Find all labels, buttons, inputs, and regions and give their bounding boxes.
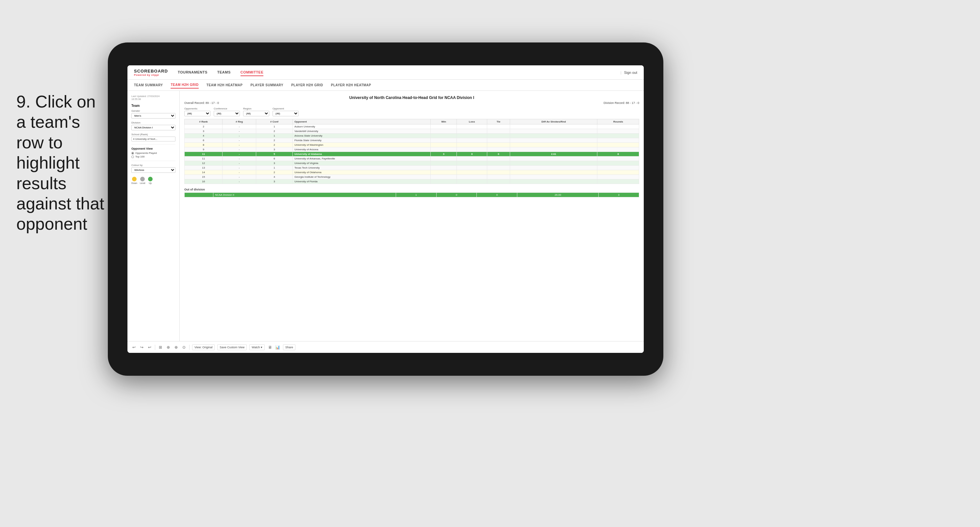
subnav-team-h2h-grid[interactable]: TEAM H2H GRID: [170, 82, 198, 89]
legend: Down Level Up: [131, 177, 175, 184]
table-row[interactable]: 11-5University of Alabama3002.618: [185, 152, 639, 156]
nav-links: TOURNAMENTS TEAMS COMMITTEE: [178, 69, 620, 76]
grid-icon[interactable]: ⊞: [158, 345, 163, 350]
out-of-division-row[interactable]: NCAA Division II 1 0 0 26.00 3: [185, 193, 639, 197]
table-row[interactable]: 6-2Florida State University: [185, 138, 639, 143]
save-custom-view-button[interactable]: Save Custom View: [217, 344, 247, 350]
legend-circle-up: [148, 177, 153, 182]
table-row[interactable]: 14-2University of Oklahoma: [185, 170, 639, 175]
filter-region-label: Region: [243, 107, 269, 110]
view-original-button[interactable]: View: Original: [192, 344, 215, 350]
filter-opponent-label: Opponent: [272, 107, 299, 110]
logo: SCOREBOARD Powered by clippi: [134, 68, 168, 76]
nav-divider: |: [620, 70, 622, 75]
nav-teams[interactable]: TEAMS: [217, 69, 231, 76]
table-header-row: # Rank # Reg # Conf Opponent Win Loss Ti…: [185, 119, 639, 124]
col-win: Win: [431, 119, 457, 124]
filter-conference-select[interactable]: (All): [214, 111, 240, 116]
col-rank: # Rank: [185, 119, 223, 124]
undo-icon[interactable]: ↩: [131, 345, 137, 350]
chart-icon[interactable]: 📊: [275, 345, 280, 350]
timestamp: Last Updated: 27/03/2024 16:55:38: [131, 95, 175, 100]
table-row[interactable]: 16-3University of Florida: [185, 179, 639, 184]
col-diff: Diff Av Strokes/Rnd: [510, 119, 597, 124]
sign-out-link[interactable]: Sign out: [624, 70, 637, 75]
filter-opponent-group: Opponent (All): [272, 107, 299, 116]
gender-select[interactable]: Men's: [131, 113, 175, 119]
filter-conference-group: Conference (All): [214, 107, 240, 116]
radio-opponents-played[interactable]: Opponents Played: [131, 151, 175, 154]
division-record: Division Record: 88 - 17 - 0: [603, 101, 639, 105]
tablet-frame: SCOREBOARD Powered by clippi TOURNAMENTS…: [108, 43, 663, 376]
instruction-text: 9. Click on a team's row to highlight re…: [16, 91, 108, 234]
col-rounds: Rounds: [597, 119, 639, 124]
logo-powered: Powered by clippi: [134, 73, 168, 76]
subnav-player-h2h-grid[interactable]: PLAYER H2H GRID: [291, 82, 323, 88]
col-conf: # Conf: [256, 119, 293, 124]
radio-dot-top100: [131, 156, 134, 158]
filter-opponents-label: Opponents:: [184, 107, 210, 110]
division-select[interactable]: NCAA Division I: [131, 125, 175, 131]
redo-icon[interactable]: ↪: [139, 345, 145, 350]
out-of-division-rounds: 3: [599, 193, 639, 197]
out-of-division-tie: 0: [477, 193, 517, 197]
watch-button[interactable]: Watch ▾: [249, 344, 265, 350]
back-icon[interactable]: ↩: [147, 345, 152, 350]
radio-top-100[interactable]: Top 100: [131, 155, 175, 158]
table-row[interactable]: 2-1Auburn University: [185, 124, 639, 129]
clock-icon[interactable]: ⊙: [181, 345, 186, 350]
filter-opponents-select[interactable]: (All): [184, 111, 210, 116]
legend-down: Down: [131, 177, 137, 184]
plus-icon[interactable]: ⊕: [173, 345, 179, 350]
table-row[interactable]: 11-6University of Arkansas, Fayetteville: [185, 156, 639, 161]
subnav-team-h2h-heatmap[interactable]: TEAM H2H HEATMAP: [207, 82, 243, 88]
add-icon[interactable]: ⊕: [165, 345, 171, 350]
filter-region-select[interactable]: (All): [243, 111, 269, 116]
out-of-division-win: 1: [396, 193, 436, 197]
table-row[interactable]: 12-3University of Virginia: [185, 161, 639, 166]
out-of-division-name: [185, 193, 213, 197]
out-of-division-diff: 26.00: [517, 193, 599, 197]
table-row[interactable]: 15-4Georgia Institute of Technology: [185, 175, 639, 179]
share-button[interactable]: Share: [283, 344, 295, 350]
table-row[interactable]: 9-3University of Arizona: [185, 147, 639, 152]
table-row[interactable]: 3-2Vanderbilt University: [185, 129, 639, 134]
bottom-toolbar: ↩ ↪ ↩ ⊞ ⊕ ⊕ ⊙ View: Original Save Custom…: [127, 341, 644, 353]
out-of-division-label-cell: NCAA Division II: [213, 193, 396, 197]
colour-by-label: Colour by: [131, 164, 175, 167]
school-input[interactable]: 4 University of Nort...: [131, 137, 175, 142]
panel-divider-2: [131, 161, 175, 161]
col-reg: # Reg: [223, 119, 256, 124]
toolbar-divider-1: [155, 345, 155, 350]
radio-dot-opponents: [131, 152, 134, 154]
nav-committee[interactable]: COMMITTEE: [240, 69, 264, 76]
opponent-view-options: Opponents Played Top 100: [131, 151, 175, 158]
col-tie: Tie: [487, 119, 510, 124]
tablet-screen: SCOREBOARD Powered by clippi TOURNAMENTS…: [127, 65, 644, 353]
filter-conference-label: Conference: [214, 107, 240, 110]
grid-records: Overall Record: 89 - 17 - 0 Division Rec…: [184, 101, 639, 105]
overall-record: Overall Record: 89 - 17 - 0: [184, 101, 219, 105]
grid-title: University of North Carolina Head-to-Hea…: [184, 96, 639, 100]
h2h-table: # Rank # Reg # Conf Opponent Win Loss Ti…: [184, 119, 639, 184]
filter-region-group: Region (All): [243, 107, 269, 116]
subnav-team-summary[interactable]: TEAM SUMMARY: [134, 82, 163, 88]
table-row[interactable]: 4-1Arizona State University: [185, 134, 639, 138]
subnav-player-h2h-heatmap[interactable]: PLAYER H2H HEATMAP: [331, 82, 371, 88]
nav-tournaments[interactable]: TOURNAMENTS: [178, 69, 207, 76]
logo-scoreboard: SCOREBOARD: [134, 68, 168, 73]
subnav-player-summary[interactable]: PLAYER SUMMARY: [250, 82, 283, 88]
gender-label: Gender: [131, 110, 175, 112]
col-opponent: Opponent: [293, 119, 431, 124]
out-of-division-loss: 0: [436, 193, 477, 197]
table-row[interactable]: 13-1Texas Tech University: [185, 166, 639, 170]
left-panel: Last Updated: 27/03/2024 16:55:38 Team G…: [127, 91, 180, 341]
monitor-icon[interactable]: 🖥: [267, 345, 272, 350]
filter-opponents-group: Opponents: (All): [184, 107, 210, 116]
grid-content: University of North Carolina Head-to-Hea…: [180, 91, 644, 341]
table-row[interactable]: 8-2University of Washington: [185, 143, 639, 147]
school-label: School (Rank): [131, 133, 175, 136]
filter-opponent-select[interactable]: (All): [272, 111, 299, 116]
filter-row: Opponents: (All) Conference (All) Region: [184, 107, 639, 116]
colour-by-select[interactable]: Win/loss: [131, 167, 175, 173]
